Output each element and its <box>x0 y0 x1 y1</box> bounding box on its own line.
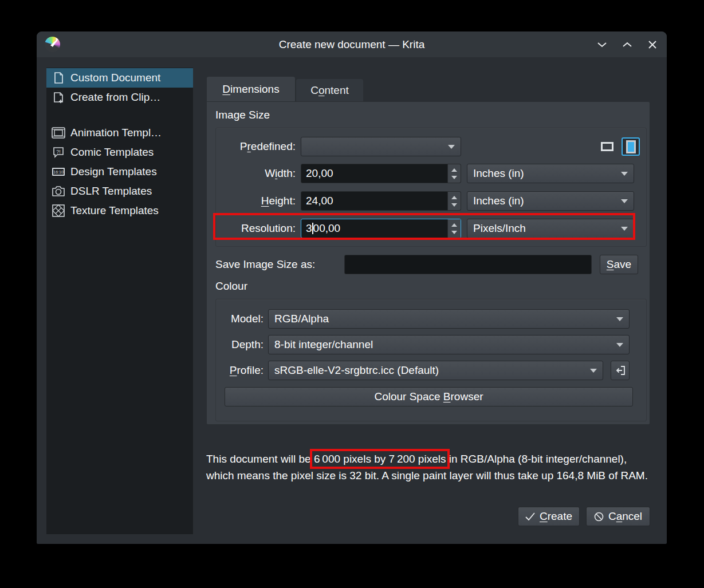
maximize-button[interactable] <box>620 37 635 52</box>
sidebar-item-animation-templates[interactable]: Animation Templ… <box>46 123 193 143</box>
chevron-down-icon <box>621 172 628 176</box>
svg-text:?!: ?! <box>56 149 61 155</box>
width-spinner[interactable] <box>447 164 461 183</box>
animation-frame-icon <box>51 125 66 140</box>
dimensions-tab-panel: Image Size Predefined: <box>206 101 650 425</box>
sidebar-item-dslr-templates[interactable]: DSLR Templates <box>46 181 193 201</box>
spin-up-icon <box>451 223 457 227</box>
colour-group-title: Colour <box>215 280 247 293</box>
document-summary-text: This document will be 6 000 pixels by 7 … <box>206 451 648 484</box>
minimize-button[interactable] <box>595 37 609 52</box>
chevron-down-icon <box>616 343 623 347</box>
sidebar-item-design-templates[interactable]: 16:10 Design Templates <box>46 162 193 181</box>
pixel-size-highlight: 6 000 pixels by 7 200 pixels <box>314 453 446 465</box>
save-button[interactable]: Save <box>600 255 638 274</box>
cancel-icon <box>594 512 604 522</box>
image-size-group-title: Image Size <box>215 109 270 121</box>
resolution-label: Resolution: <box>216 222 301 235</box>
chevron-down-icon <box>448 145 455 149</box>
height-input[interactable]: 24,00 <box>301 191 461 211</box>
tab-content[interactable]: Content <box>296 78 364 101</box>
model-label: Model: <box>216 313 268 325</box>
chevron-down-icon <box>597 42 607 48</box>
predefined-label: Predefined: <box>216 140 301 153</box>
document-page-icon <box>51 70 66 85</box>
model-select[interactable]: RGB/Alpha <box>268 309 630 329</box>
sidebar-spacer <box>46 107 193 123</box>
spin-up-icon <box>451 196 457 199</box>
resolution-unit-select[interactable]: Pixels/Inch <box>467 219 634 238</box>
tab-bar: Dimensions Content <box>206 76 364 101</box>
profile-select[interactable]: sRGB-elle-V2-srgbtrc.icc (Default) <box>268 361 603 380</box>
save-image-size-input[interactable] <box>344 255 592 274</box>
sidebar-item-texture-templates[interactable]: Texture Templates <box>46 201 193 220</box>
portrait-orientation-button[interactable] <box>622 137 640 156</box>
check-icon <box>525 512 535 520</box>
sidebar-item-create-from-clipboard[interactable]: Create from Clip… <box>46 88 193 107</box>
window-title: Create new document — Krita <box>37 31 667 57</box>
svg-text:16:10: 16:10 <box>53 170 64 174</box>
width-row: Width: 20,00 Inches (in) <box>216 164 640 183</box>
width-input[interactable]: 20,00 <box>301 164 461 183</box>
dialog-actions: Create Cancel <box>206 507 650 526</box>
profile-row: Profile: sRGB-elle-V2-srgbtrc.icc (Defau… <box>216 361 640 380</box>
height-row: Height: 24,00 Inches (in) <box>216 191 640 211</box>
tab-dimensions[interactable]: Dimensions <box>206 76 296 101</box>
portrait-icon <box>626 140 636 153</box>
camera-icon <box>51 184 66 199</box>
create-new-document-dialog: Create new document — Krita <box>37 31 667 544</box>
save-image-size-label: Save Image Size as: <box>215 258 315 271</box>
chevron-down-icon <box>616 317 623 321</box>
chevron-up-icon <box>623 42 632 48</box>
width-label: Width: <box>216 167 301 180</box>
titlebar[interactable]: Create new document — Krita <box>37 31 667 57</box>
chevron-down-icon <box>590 369 597 373</box>
sidebar-item-label: Animation Templ… <box>70 127 162 139</box>
colour-space-browser-button[interactable]: Colour Space Browser <box>225 387 633 407</box>
landscape-orientation-button[interactable] <box>599 138 616 155</box>
sidebar-item-label: Design Templates <box>70 165 157 178</box>
height-spinner[interactable] <box>447 192 461 210</box>
resolution-input[interactable]: 300,00 <box>301 219 461 238</box>
aspect-ratio-icon: 16:10 <box>51 164 66 179</box>
width-unit-select[interactable]: Inches (in) <box>467 164 634 183</box>
save-image-size-row: Save Image Size as: Save <box>215 255 647 274</box>
spin-down-icon <box>451 176 457 179</box>
resolution-row: Resolution: 300,00 Pixels/Inch <box>216 219 640 238</box>
clipboard-new-icon <box>51 90 66 105</box>
window-controls <box>595 31 660 57</box>
depth-select[interactable]: 8-bit integer/channel <box>268 335 630 354</box>
chevron-down-icon <box>621 227 628 231</box>
predefined-select[interactable] <box>301 137 461 156</box>
create-button[interactable]: Create <box>518 507 580 526</box>
sidebar-item-label: Custom Document <box>70 72 160 84</box>
model-row: Model: RGB/Alpha <box>216 309 640 329</box>
landscape-icon <box>601 142 613 151</box>
profile-label: Profile: <box>216 364 268 377</box>
template-category-list: Custom Document Create from Clip… Animat… <box>46 68 193 534</box>
speech-bubble-icon: ?! <box>51 145 66 160</box>
resolution-spinner[interactable] <box>447 219 461 238</box>
close-button[interactable] <box>645 37 660 52</box>
texture-pattern-icon <box>51 203 66 218</box>
predefined-row: Predefined: <box>216 137 640 156</box>
sidebar-item-label: DSLR Templates <box>70 185 152 198</box>
import-profile-button[interactable] <box>611 361 630 380</box>
spin-down-icon <box>451 231 457 234</box>
desktop-background: Create new document — Krita <box>0 0 704 588</box>
depth-label: Depth: <box>216 338 268 351</box>
sidebar-item-label: Comic Templates <box>70 146 154 159</box>
sidebar-item-custom-document[interactable]: Custom Document <box>46 68 193 88</box>
sidebar-item-label: Create from Clip… <box>70 91 160 104</box>
height-label: Height: <box>216 195 301 207</box>
close-icon <box>648 41 656 49</box>
spin-up-icon <box>451 168 457 172</box>
image-size-group-frame: Predefined: Width: <box>215 128 647 247</box>
height-unit-select[interactable]: Inches (in) <box>467 191 634 211</box>
import-profile-icon <box>615 365 626 376</box>
depth-row: Depth: 8-bit integer/channel <box>216 335 640 354</box>
colour-group-frame: Model: RGB/Alpha Depth: 8-bit integer/ch… <box>215 299 647 421</box>
sidebar-item-comic-templates[interactable]: ?! Comic Templates <box>46 143 193 162</box>
sidebar-item-label: Texture Templates <box>70 204 159 217</box>
cancel-button[interactable]: Cancel <box>586 507 650 526</box>
